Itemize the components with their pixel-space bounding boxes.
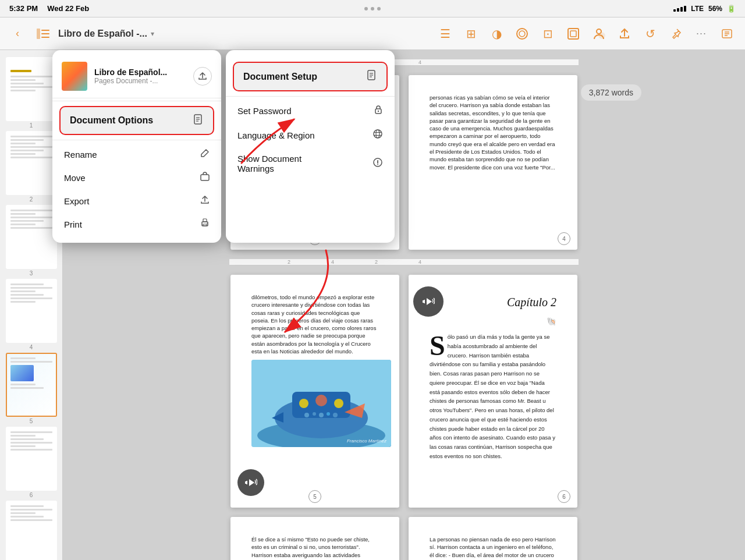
svg-point-48 (377, 164, 378, 165)
print-menu-item[interactable]: Print (52, 212, 221, 236)
svg-point-20 (315, 395, 327, 406)
move-label: Move (64, 173, 86, 183)
svg-rect-34 (203, 224, 207, 226)
svg-point-42 (374, 130, 382, 138)
print-label: Print (64, 219, 82, 229)
back-button[interactable]: ‹ (7, 23, 28, 44)
toolbar: ‹ Libro de Español -... ▾ ☰ ⊞ ◑ ⊡ (0, 17, 745, 50)
page8-text: La personas no piensan nada de eso pero … (430, 536, 556, 560)
svg-point-26 (333, 413, 338, 417)
document-options-button[interactable]: Document Options (59, 106, 214, 135)
chapter2-title: Capítulo 2 (464, 293, 556, 311)
set-password-label: Set Password (237, 106, 292, 116)
pin-button[interactable] (665, 23, 687, 45)
svg-text:+: + (601, 34, 603, 38)
svg-rect-7 (570, 31, 576, 37)
doc-title-chevron: ▾ (151, 30, 154, 38)
svg-point-24 (319, 413, 324, 417)
svg-rect-3 (41, 37, 49, 38)
image-caption: Francisco Martínez (347, 438, 386, 445)
doc-options-header: Libro de Español... Pages Document -... (52, 57, 221, 98)
doc-options-panel: Libro de Español... Pages Document -... … (52, 50, 221, 243)
move-menu-item[interactable]: Move (52, 166, 221, 189)
doc-thumbnail (62, 62, 87, 91)
list-button[interactable]: ☰ (434, 23, 456, 45)
document-options-label: Document Options (70, 115, 153, 126)
chapter2-dropcap: S (430, 335, 445, 357)
language-region-label: Language & Region (237, 130, 315, 140)
menu-overlay: Libro de Español... Pages Document -... … (52, 50, 395, 243)
move-icon (200, 172, 210, 183)
chart-button[interactable]: ◑ (485, 23, 508, 45)
doc-page-8[interactable]: La personas no piensan nada de eso pero … (409, 517, 577, 560)
export-icon (200, 195, 210, 207)
page-thumb-6[interactable]: 6 (6, 427, 57, 498)
audio-button-p5[interactable] (237, 469, 264, 496)
rename-menu-item[interactable]: Rename (52, 143, 221, 166)
shape-button[interactable] (511, 23, 533, 45)
svg-point-19 (299, 399, 308, 408)
doc-header-share-button[interactable] (193, 67, 212, 86)
doc-title: Libro de Español -... (58, 29, 147, 39)
chapter2-icon: 🐚 (464, 316, 556, 328)
status-date: Wed 22 Feb (47, 4, 89, 13)
page4-text: personas ricas ya sabían cómo se veía el… (430, 94, 556, 171)
page4-num: 4 (558, 232, 570, 245)
show-document-warnings-menu-item[interactable]: Show DocumentWarnings (226, 148, 395, 179)
doc-page-5[interactable]: dilómetros, todo el mundo empezó a explo… (230, 275, 399, 508)
share-button[interactable] (613, 23, 636, 45)
sidebar-toggle-button[interactable] (33, 23, 54, 44)
page-thumb-2[interactable]: 2 (6, 131, 57, 203)
page-image-ship: Francisco Martínez (251, 360, 391, 447)
show-document-warnings-icon (372, 157, 383, 171)
chapter2-text: ólo pasó un día más y toda la gente ya s… (430, 334, 555, 459)
page-thumb-3[interactable]: 3 (6, 205, 57, 277)
ruler-middle: 2 4 2 4 (229, 259, 579, 265)
svg-rect-1 (41, 30, 49, 31)
page-thumb-7[interactable]: 7 (6, 501, 57, 560)
document-setup-button[interactable]: Document Setup (233, 62, 388, 91)
doc-setup-panel: Document Setup Set Password (226, 50, 395, 243)
set-password-icon (374, 105, 383, 117)
svg-rect-6 (568, 29, 579, 39)
status-battery: 56% (708, 5, 722, 13)
frame-button[interactable] (562, 23, 584, 45)
rename-icon (200, 148, 210, 160)
svg-point-35 (207, 223, 208, 224)
document-options-icon (193, 114, 204, 127)
more-button[interactable]: ··· (690, 23, 712, 45)
page-thumb-1[interactable]: 1 (6, 57, 57, 129)
status-signal: LTE (691, 5, 704, 13)
doc-page-7[interactable]: Él se dice a sí mismo "Esto no puede ser… (230, 517, 399, 560)
document-setup-icon (367, 70, 377, 83)
svg-rect-0 (37, 29, 40, 39)
status-time: 5:32 PM (9, 4, 38, 13)
export-menu-item[interactable]: Export (52, 189, 221, 212)
svg-rect-31 (201, 175, 209, 180)
doc-info-subtitle: Pages Document -... (94, 77, 186, 85)
svg-point-41 (378, 111, 379, 112)
undo-button[interactable]: ↺ (639, 23, 661, 45)
person-button[interactable]: + (588, 23, 610, 45)
format-button[interactable] (716, 23, 738, 45)
table-button[interactable]: ⊞ (460, 23, 482, 45)
svg-point-25 (327, 412, 330, 416)
doc-page-4[interactable]: personas ricas ya sabían cómo se veía el… (409, 75, 577, 250)
doc-info-title: Libro de Español... (94, 68, 186, 77)
audio-button-p6[interactable] (413, 286, 444, 317)
print-icon (200, 218, 210, 230)
svg-point-43 (376, 130, 379, 138)
page-thumb-5[interactable]: 5 (6, 353, 57, 424)
doc-page-6[interactable]: Capítulo 2 🐚 S ólo pasó un día más y tod… (409, 275, 577, 508)
image-button[interactable]: ⊡ (537, 23, 559, 45)
svg-point-21 (334, 399, 343, 408)
language-region-menu-item[interactable]: Language & Region (226, 123, 395, 148)
svg-point-4 (517, 29, 527, 39)
svg-point-23 (313, 412, 316, 416)
page5-num: 5 (308, 490, 321, 503)
set-password-menu-item[interactable]: Set Password (226, 99, 395, 123)
doc-title-area[interactable]: Libro de Español -... ▾ (58, 29, 430, 39)
page6-num: 6 (558, 490, 570, 503)
page-thumb-4[interactable]: 4 (6, 279, 57, 350)
status-bar: 5:32 PM Wed 22 Feb LTE 56% 🔋 (0, 0, 745, 17)
